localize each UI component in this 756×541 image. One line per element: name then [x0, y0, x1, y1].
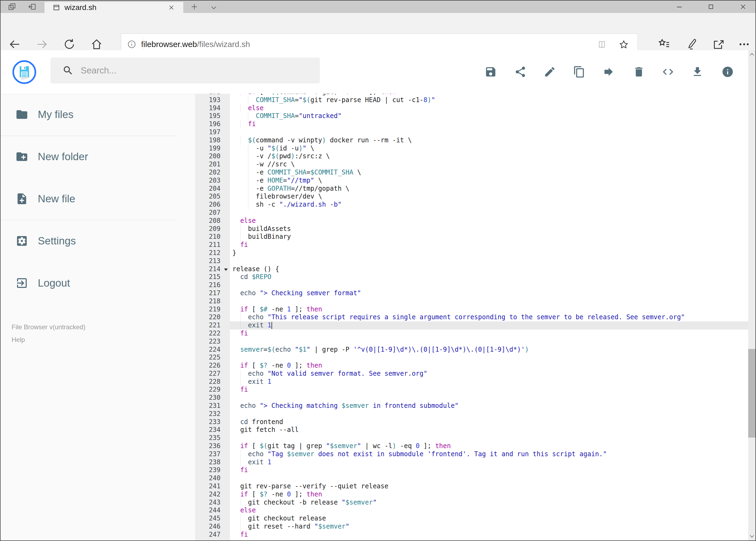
- code-line[interactable]: 245git checkout release: [195, 515, 748, 523]
- code-line[interactable]: 221exit 1: [195, 321, 748, 329]
- page-scrollbar[interactable]: [748, 50, 755, 540]
- copy-button[interactable]: [573, 66, 586, 78]
- code-line[interactable]: 203-e HOME="//tmp" \: [195, 177, 748, 185]
- new-tab-icon[interactable]: [189, 2, 199, 12]
- code-line[interactable]: 240: [195, 474, 748, 482]
- refresh-icon[interactable]: [63, 38, 76, 51]
- code-line[interactable]: 211fi: [195, 241, 748, 249]
- filebrowser-logo[interactable]: [12, 60, 37, 85]
- code-line[interactable]: 231echo "> Checking matching $semver in …: [195, 402, 748, 410]
- code-line[interactable]: 232: [195, 410, 748, 418]
- code-line[interactable]: 204-e GOPATH=//tmp/gopath \: [195, 185, 748, 193]
- sidebar-item-my-files[interactable]: My files: [1, 102, 176, 127]
- code-line[interactable]: 239fi: [195, 466, 748, 474]
- more-menu-icon[interactable]: [738, 38, 750, 51]
- maximize-button[interactable]: [703, 1, 719, 12]
- code-line[interactable]: 236if [ $(git tag | grep "$semver" | wc …: [195, 442, 748, 450]
- minimize-button[interactable]: [671, 1, 687, 12]
- save-button[interactable]: [484, 66, 497, 78]
- code-line[interactable]: 225: [195, 353, 748, 362]
- code-line[interactable]: 213: [195, 257, 748, 265]
- help-link[interactable]: Help: [12, 336, 25, 343]
- forward-icon[interactable]: [36, 38, 48, 51]
- home-icon[interactable]: [91, 38, 103, 51]
- favorite-star-icon[interactable]: [619, 39, 629, 50]
- code-line[interactable]: 219if [ $# -ne 1 ]; then: [195, 305, 748, 313]
- code-line[interactable]: 196fi: [195, 120, 748, 128]
- code-line[interactable]: 235: [195, 434, 748, 442]
- code-line[interactable]: 233cd frontend: [195, 418, 748, 426]
- code-line[interactable]: 238exit 1: [195, 458, 748, 466]
- code-line[interactable]: 228exit 1: [195, 378, 748, 386]
- code-line[interactable]: 242if [ $? -ne 0 ]; then: [195, 490, 748, 499]
- code-line[interactable]: 208else: [195, 217, 748, 225]
- code-line[interactable]: 224semver=$(echo "$1" | grep -P '^v(0|[1…: [195, 346, 748, 354]
- delete-button[interactable]: [632, 66, 645, 78]
- code-line[interactable]: 201-w //src \: [195, 161, 748, 169]
- code-line[interactable]: 217echo "> Checking semver format": [195, 289, 748, 297]
- code-line[interactable]: 194else: [195, 104, 748, 112]
- fold-arrow-icon[interactable]: [224, 269, 228, 271]
- code-line[interactable]: 210buildBinary: [195, 233, 748, 241]
- info-button[interactable]: [721, 66, 734, 78]
- code-line[interactable]: 243git checkout -b release "$semver": [195, 499, 748, 507]
- code-line[interactable]: 246git reset --hard "$semver": [195, 523, 748, 531]
- scrollbar-thumb[interactable]: [748, 349, 755, 437]
- sidebar-item-new-file[interactable]: New file: [1, 187, 176, 211]
- reading-view-icon[interactable]: [597, 40, 607, 49]
- back-icon[interactable]: [8, 38, 21, 51]
- code-line[interactable]: 197: [195, 128, 748, 136]
- code-line[interactable]: 227echo "Not valid semver format. See se…: [195, 370, 748, 378]
- scroll-up-icon[interactable]: [748, 50, 755, 58]
- search-input[interactable]: [80, 65, 297, 76]
- share-page-icon[interactable]: [712, 38, 725, 51]
- code-line[interactable]: 193COMMIT_SHA="$(git rev-parse HEAD | cu…: [195, 96, 748, 104]
- code-line[interactable]: 220echo "This release script requires a …: [195, 313, 748, 321]
- close-window-button[interactable]: [735, 1, 751, 12]
- site-info-icon[interactable]: [127, 40, 136, 49]
- code-line[interactable]: 200-v /$(pwd):/src:z \: [195, 152, 748, 161]
- favorites-hub-icon[interactable]: [658, 38, 670, 51]
- move-button[interactable]: [603, 66, 615, 78]
- code-line[interactable]: 241git rev-parse --verify --quiet releas…: [195, 482, 748, 490]
- code-line[interactable]: 237echo "Tag $semver does not exist in s…: [195, 450, 748, 458]
- sidebar-item-settings[interactable]: Settings: [1, 229, 176, 253]
- code-line[interactable]: 212}: [195, 249, 748, 257]
- url-text[interactable]: filebrowser.web/files/wizard.sh: [141, 40, 250, 49]
- edit-button[interactable]: [544, 66, 556, 78]
- code-line[interactable]: 247fi: [195, 531, 748, 539]
- code-line[interactable]: 206sh -c "./wizard.sh -b": [195, 201, 748, 209]
- tab-list-chevron-icon[interactable]: [209, 3, 219, 12]
- code-line[interactable]: 207: [195, 209, 748, 217]
- sidebar-item-new-folder[interactable]: New folder: [1, 145, 176, 169]
- set-tabs-aside-icon[interactable]: [7, 2, 17, 12]
- code-line[interactable]: 218: [195, 297, 748, 305]
- code-line[interactable]: 214release () {: [195, 265, 748, 273]
- sidebar-item-logout[interactable]: Logout: [1, 271, 176, 295]
- browser-tab[interactable]: wizard.sh: [45, 2, 183, 13]
- code-line[interactable]: 209buildAssets: [195, 225, 748, 233]
- annotate-pen-icon[interactable]: [685, 38, 697, 51]
- code-line[interactable]: 205filebrowser/dev \: [195, 193, 748, 201]
- code-line[interactable]: 202-e COMMIT_SHA=$COMMIT_SHA \: [195, 169, 748, 177]
- code-line[interactable]: 230: [195, 394, 748, 402]
- tab-close-icon[interactable]: [168, 4, 175, 11]
- download-button[interactable]: [691, 66, 704, 78]
- code-line[interactable]: 222fi: [195, 329, 748, 337]
- code-line[interactable]: 195COMMIT_SHA="untracked": [195, 112, 748, 120]
- code-line[interactable]: 234git fetch --all: [195, 426, 748, 434]
- code-line[interactable]: 215cd $REPO: [195, 273, 748, 281]
- scroll-down-icon[interactable]: [748, 532, 755, 540]
- code-editor[interactable]: 192if [ "$(command -v git)" != "" ]; the…: [195, 94, 748, 540]
- code-line[interactable]: 223: [195, 337, 748, 346]
- code-line[interactable]: 229fi: [195, 386, 748, 394]
- code-line[interactable]: 244else: [195, 506, 748, 515]
- code-line[interactable]: 216: [195, 281, 748, 289]
- code-line[interactable]: 226if [ $? -ne 0 ]; then: [195, 362, 748, 370]
- restore-tabs-icon[interactable]: [28, 2, 37, 12]
- code-line[interactable]: 192if [ "$(command -v git)" != "" ]; the…: [195, 94, 748, 96]
- search-bar[interactable]: [51, 58, 320, 84]
- code-line[interactable]: 199-u "$(id -u)" \: [195, 145, 748, 153]
- code-line[interactable]: 198$(command -v winpty) docker run --rm …: [195, 136, 748, 145]
- raw-code-button[interactable]: [662, 66, 674, 78]
